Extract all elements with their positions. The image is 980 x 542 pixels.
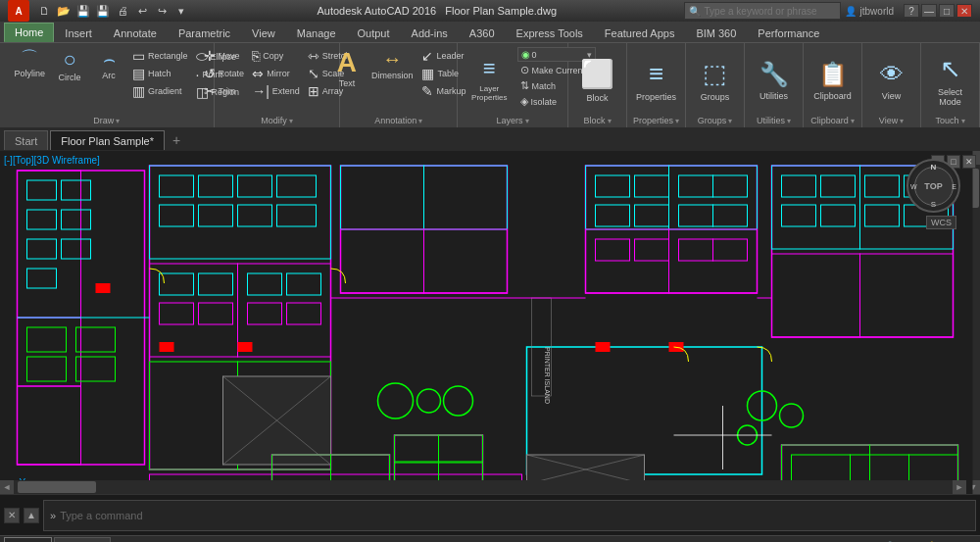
hatch-icon: ▤ — [132, 66, 145, 81]
scroll-right-btn[interactable]: ► — [953, 480, 966, 494]
tool-text[interactable]: A Text — [328, 47, 366, 90]
selectmode-expand-arrow[interactable]: ▾ — [961, 117, 965, 125]
tab-expresstools[interactable]: Express Tools — [506, 23, 594, 42]
scroll-thumb-h[interactable] — [18, 481, 96, 493]
block-group-label[interactable]: Block ▾ — [583, 116, 611, 125]
groups-expand-arrow[interactable]: ▾ — [728, 117, 732, 125]
draw-expand-arrow[interactable]: ▾ — [116, 117, 120, 125]
tool-arc[interactable]: ⌢ Arc — [90, 47, 127, 82]
tool-extend[interactable]: →| Extend — [249, 82, 303, 100]
layers-expand-arrow[interactable]: ▾ — [525, 117, 529, 125]
qa-print[interactable]: 🖨 — [114, 2, 131, 20]
minimize-btn[interactable]: — — [921, 4, 937, 18]
viewport-label[interactable]: [-][Top][3D Wireframe] — [4, 155, 100, 166]
tool-line[interactable]: ╱ Line — [0, 47, 9, 82]
maximize-btn[interactable]: □ — [939, 4, 955, 18]
tab-manage[interactable]: Manage — [286, 23, 347, 42]
modify-col1: ✛ Move ↺ Rotate ✂ Trim — [201, 47, 248, 100]
qa-open[interactable]: 📂 — [55, 2, 73, 20]
annotation-group-label[interactable]: Annotation ▾ — [374, 116, 422, 125]
svg-rect-0 — [8, 151, 973, 494]
add-layout-btn[interactable]: + — [113, 537, 132, 543]
markup-icon: ✎ — [421, 83, 433, 99]
command-input[interactable]: » Type a command — [43, 500, 976, 531]
tool-properties[interactable]: ≡ Properties — [628, 47, 684, 114]
qa-save-as[interactable]: 💾 — [94, 2, 112, 20]
tool-move[interactable]: ✛ Move — [201, 47, 248, 65]
tab-performance[interactable]: Performance — [747, 23, 830, 42]
tool-utilities[interactable]: 🔧 Utilities — [750, 47, 799, 114]
cmd-expand-btn[interactable]: ▲ — [24, 508, 39, 523]
selectmode-group-label[interactable]: Touch ▾ — [935, 116, 964, 125]
tab-view[interactable]: View — [241, 23, 286, 42]
tab-home[interactable]: Home — [4, 23, 54, 42]
ribbon-group-block: ⬜ Block Block ▾ — [568, 43, 627, 127]
tool-clipboard[interactable]: 📋 Clipboard — [806, 47, 859, 114]
canvas-close[interactable]: ✕ — [962, 155, 976, 169]
tool-groups[interactable]: ⬚ Groups — [691, 47, 740, 114]
cmd-close-btn[interactable]: ✕ — [4, 508, 20, 523]
block-expand-arrow[interactable]: ▾ — [608, 117, 612, 125]
command-bar: ✕ ▲ » Type a command — [0, 494, 980, 535]
tool-rect[interactable]: ▭ Rectangle — [129, 47, 191, 65]
utilities-group-label[interactable]: Utilities ▾ — [757, 116, 791, 125]
properties-tools: ≡ Properties — [628, 47, 684, 114]
tab-a360[interactable]: A360 — [459, 23, 506, 42]
qa-redo[interactable]: ↪ — [153, 2, 171, 20]
new-tab-btn[interactable]: + — [167, 130, 186, 150]
search-box[interactable]: 🔍 Type a keyword or phrase — [684, 2, 841, 20]
tab-annotate[interactable]: Annotate — [103, 23, 168, 42]
annotation-expand-arrow[interactable]: ▾ — [418, 117, 422, 125]
compass[interactable]: N S E W TOP — [906, 159, 960, 213]
modify-expand-arrow[interactable]: ▾ — [289, 117, 293, 125]
tab-parametric[interactable]: Parametric — [168, 23, 241, 42]
tab-layout1[interactable]: Layout1 — [54, 537, 111, 543]
tool-gradient[interactable]: ▥ Gradient — [129, 82, 191, 100]
tool-block[interactable]: ⬜ Block — [572, 47, 622, 114]
qa-save[interactable]: 💾 — [74, 2, 92, 20]
tool-circle[interactable]: ○ Circle — [51, 47, 88, 84]
properties-expand-arrow[interactable]: ▾ — [675, 117, 679, 125]
tool-dimension[interactable]: ↔ Dimension — [368, 47, 417, 82]
tool-layer-properties[interactable]: ≡ LayerProperties — [464, 47, 514, 110]
qa-dropdown[interactable]: ▾ — [172, 2, 190, 20]
view-expand-arrow[interactable]: ▾ — [900, 117, 904, 125]
clipboard-icon: 📋 — [818, 61, 848, 88]
qa-new[interactable]: 🗋 — [35, 2, 53, 20]
tool-trim[interactable]: ✂ Trim — [201, 82, 248, 100]
qa-undo[interactable]: ↩ — [133, 2, 151, 20]
scrollbar-horizontal: ◄ ► — [0, 480, 966, 494]
tool-copy[interactable]: ⎘ Copy — [249, 47, 303, 65]
help-btn[interactable]: ? — [904, 4, 919, 18]
tab-featuredapps[interactable]: Featured Apps — [594, 23, 686, 42]
tool-mirror[interactable]: ⇔ Mirror — [249, 65, 303, 82]
scroll-left-btn[interactable]: ◄ — [0, 480, 14, 494]
tab-output[interactable]: Output — [347, 23, 401, 42]
tab-addins[interactable]: Add-ins — [401, 23, 459, 42]
ribbon-group-view: 👁 View View ▾ — [862, 43, 921, 127]
layer-match-icon: ⇅ — [520, 79, 529, 92]
tab-insert[interactable]: Insert — [54, 23, 103, 42]
clipboard-expand-arrow[interactable]: ▾ — [851, 117, 855, 125]
tool-polyline[interactable]: ⌒ Polyline — [11, 47, 50, 80]
utilities-expand-arrow[interactable]: ▾ — [787, 117, 791, 125]
clipboard-group-label[interactable]: Clipboard ▾ — [810, 116, 855, 125]
properties-group-label[interactable]: Properties ▾ — [633, 116, 679, 125]
ribbon-tabs: Home Insert Annotate Parametric View Man… — [0, 22, 980, 43]
close-btn[interactable]: ✕ — [956, 4, 972, 18]
tool-rotate[interactable]: ↺ Rotate — [201, 65, 248, 82]
layer-make-current-icon: ⊙ — [520, 64, 529, 76]
tab-bim360[interactable]: BIM 360 — [685, 23, 747, 42]
doc-tab-start[interactable]: Start — [4, 130, 48, 150]
tool-hatch[interactable]: ▤ Hatch — [129, 65, 191, 82]
doc-tab-floorplan[interactable]: Floor Plan Sample* — [50, 130, 165, 150]
modify-group-label[interactable]: Modify ▾ — [261, 116, 293, 125]
groups-group-label[interactable]: Groups ▾ — [698, 116, 733, 125]
view-group-label[interactable]: View ▾ — [879, 116, 904, 125]
draw-group-label[interactable]: Draw ▾ — [93, 116, 120, 125]
tool-view[interactable]: 👁 View — [867, 47, 916, 114]
floorplan-drawing[interactable]: PRINTER ISLAND — [0, 151, 980, 494]
tab-model[interactable]: Model — [4, 537, 52, 543]
layers-group-label[interactable]: Layers ▾ — [497, 116, 529, 125]
tool-selectmode[interactable]: ↖ SelectMode — [926, 47, 975, 114]
